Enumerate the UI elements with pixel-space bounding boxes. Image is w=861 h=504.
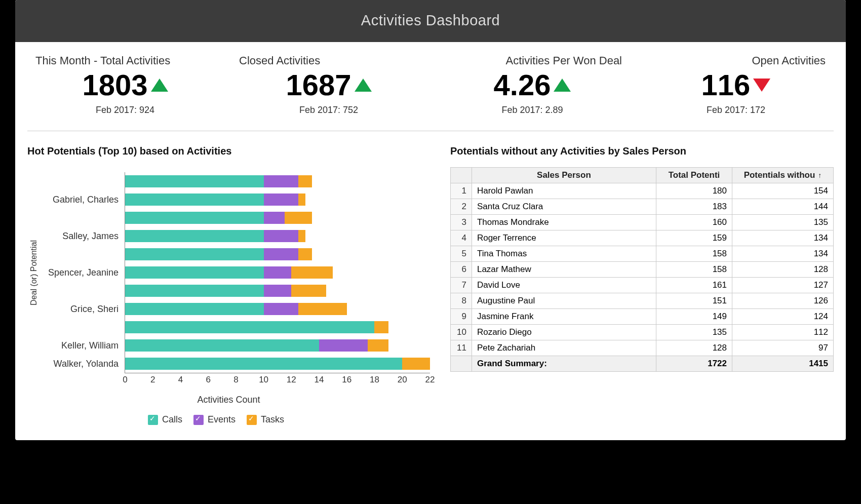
chart-category-label: Grice, Sheri bbox=[38, 300, 119, 319]
cell-index: 7 bbox=[450, 278, 472, 293]
col-without[interactable]: Potentials withou↑ bbox=[732, 168, 834, 183]
bar-segment-calls bbox=[125, 321, 374, 333]
bar-segment-tasks bbox=[368, 339, 388, 352]
kpi-row: This Month - Total Activities1803Feb 201… bbox=[15, 42, 846, 125]
bar-segment-calls bbox=[125, 193, 264, 206]
cell-index: 1 bbox=[450, 183, 472, 199]
chart-bar-row bbox=[125, 300, 430, 318]
kpi-card: Closed Activities1687Feb 2017: 752 bbox=[227, 54, 430, 115]
cell-salesperson: Thomas Mondrake bbox=[472, 215, 656, 230]
chart-xtick: 12 bbox=[287, 375, 296, 385]
kpi-value: 1687 bbox=[286, 70, 351, 100]
bar-segment-events bbox=[264, 248, 298, 260]
bar-segment-tasks bbox=[298, 193, 305, 206]
cell-index: 4 bbox=[450, 230, 472, 246]
legend-label: Events bbox=[208, 414, 236, 425]
bar-segment-calls bbox=[125, 303, 264, 315]
chart-xtick: 16 bbox=[342, 375, 351, 385]
chart-xtick: 18 bbox=[370, 375, 379, 385]
cell-without: 124 bbox=[732, 309, 834, 325]
table-row[interactable]: 7David Love161127 bbox=[450, 278, 833, 293]
legend-item-events[interactable]: Events bbox=[193, 414, 236, 425]
bar-segment-tasks bbox=[374, 321, 388, 333]
cell-total: 149 bbox=[656, 309, 732, 325]
chart-category-label: Keller, William bbox=[38, 337, 119, 355]
cell-index: 3 bbox=[450, 215, 472, 230]
bar-segment-events bbox=[319, 339, 368, 352]
chart-ylabel: Deal (or) Potential bbox=[27, 240, 38, 305]
cell-total: 158 bbox=[656, 246, 732, 262]
cell-salesperson: Lazar Mathew bbox=[472, 262, 656, 278]
col-index[interactable] bbox=[450, 168, 472, 183]
cell-without: 127 bbox=[732, 278, 834, 293]
bar-segment-calls bbox=[125, 175, 264, 187]
summary-without: 1415 bbox=[732, 356, 834, 372]
cell-without: 144 bbox=[732, 199, 834, 215]
legend-item-tasks[interactable]: Tasks bbox=[247, 414, 284, 425]
chart-category-label: Salley, James bbox=[38, 227, 119, 245]
cell-salesperson: Harold Pawlan bbox=[472, 183, 656, 199]
chart-xtick: 6 bbox=[206, 375, 210, 385]
kpi-title: Activities Per Won Deal bbox=[430, 54, 634, 67]
table-row[interactable]: 5Tina Thomas158134 bbox=[450, 246, 833, 262]
cell-total: 180 bbox=[656, 183, 732, 199]
bar-segment-events bbox=[264, 193, 298, 206]
hot-potentials-panel: Hot Potentials (Top 10) based on Activit… bbox=[27, 145, 430, 425]
kpi-title: Open Activities bbox=[634, 54, 838, 67]
kpi-title: This Month - Total Activities bbox=[23, 54, 227, 67]
kpi-value: 116 bbox=[701, 70, 751, 100]
cell-total: 159 bbox=[656, 230, 732, 246]
chart-xtick: 4 bbox=[178, 375, 183, 385]
table-row[interactable]: 1Harold Pawlan180154 bbox=[450, 183, 833, 199]
kpi-card: This Month - Total Activities1803Feb 201… bbox=[23, 54, 227, 115]
table-row[interactable]: 9Jasmine Frank149124 bbox=[450, 309, 833, 325]
bar-segment-tasks bbox=[291, 266, 333, 279]
cell-salesperson: Santa Cruz Clara bbox=[472, 199, 656, 215]
legend-item-calls[interactable]: Calls bbox=[148, 414, 182, 425]
table-row[interactable]: 10Rozario Diego135112 bbox=[450, 325, 833, 340]
kpi-title: Closed Activities bbox=[227, 54, 430, 67]
chart-bar-row bbox=[125, 355, 430, 373]
cell-index: 2 bbox=[450, 199, 472, 215]
page-title: Activities Dashboard bbox=[15, 0, 846, 42]
chart-bar-row bbox=[125, 190, 430, 209]
bar-segment-tasks bbox=[298, 230, 305, 242]
cell-salesperson: Augustine Paul bbox=[472, 293, 656, 309]
kpi-previous: Feb 2017: 924 bbox=[23, 105, 227, 115]
chart-bar-row bbox=[125, 245, 430, 263]
table-row[interactable]: 6Lazar Mathew158128 bbox=[450, 262, 833, 278]
chart-bar-row bbox=[125, 336, 430, 355]
table-row[interactable]: 2Santa Cruz Clara183144 bbox=[450, 199, 833, 215]
table-row[interactable]: 4Roger Terrence159134 bbox=[450, 230, 833, 246]
chart-yaxis-labels: Gabriel, CharlesSalley, JamesSpencer, Je… bbox=[38, 172, 125, 373]
table-row[interactable]: 8Augustine Paul151126 bbox=[450, 293, 833, 309]
bar-segment-events bbox=[264, 212, 285, 224]
cell-without: 128 bbox=[732, 262, 834, 278]
table-row[interactable]: 11Pete Zachariah12897 bbox=[450, 340, 833, 356]
chart-category-label: Spencer, Jeanine bbox=[38, 263, 119, 282]
cell-salesperson: Pete Zachariah bbox=[472, 340, 656, 356]
chart-category-label bbox=[38, 319, 119, 337]
table-row[interactable]: 3Thomas Mondrake160135 bbox=[450, 215, 833, 230]
cell-index: 10 bbox=[450, 325, 472, 340]
cell-index: 5 bbox=[450, 246, 472, 262]
cell-salesperson: David Love bbox=[472, 278, 656, 293]
chart-bar-row bbox=[125, 172, 430, 190]
chart-plot: 0246810121416182022 bbox=[125, 172, 430, 373]
hot-potentials-title: Hot Potentials (Top 10) based on Activit… bbox=[27, 145, 430, 157]
chart-xtick: 14 bbox=[315, 375, 324, 385]
bar-segment-tasks bbox=[298, 303, 347, 315]
table-summary-row: Grand Summary:17221415 bbox=[450, 356, 833, 372]
cell-total: 128 bbox=[656, 340, 732, 356]
col-total[interactable]: Total Potenti bbox=[656, 168, 732, 183]
cell-salesperson: Jasmine Frank bbox=[472, 309, 656, 325]
col-salesperson[interactable]: Sales Person bbox=[472, 168, 656, 183]
chart-category-label: Walker, Yolanda bbox=[38, 355, 119, 373]
chart-bar-row bbox=[125, 318, 430, 336]
chart-xtick: 22 bbox=[425, 375, 435, 385]
cell-total: 151 bbox=[656, 293, 732, 309]
cell-salesperson: Tina Thomas bbox=[472, 246, 656, 262]
cell-without: 134 bbox=[732, 230, 834, 246]
chart-xtick: 0 bbox=[123, 375, 127, 385]
bar-segment-calls bbox=[125, 230, 264, 242]
